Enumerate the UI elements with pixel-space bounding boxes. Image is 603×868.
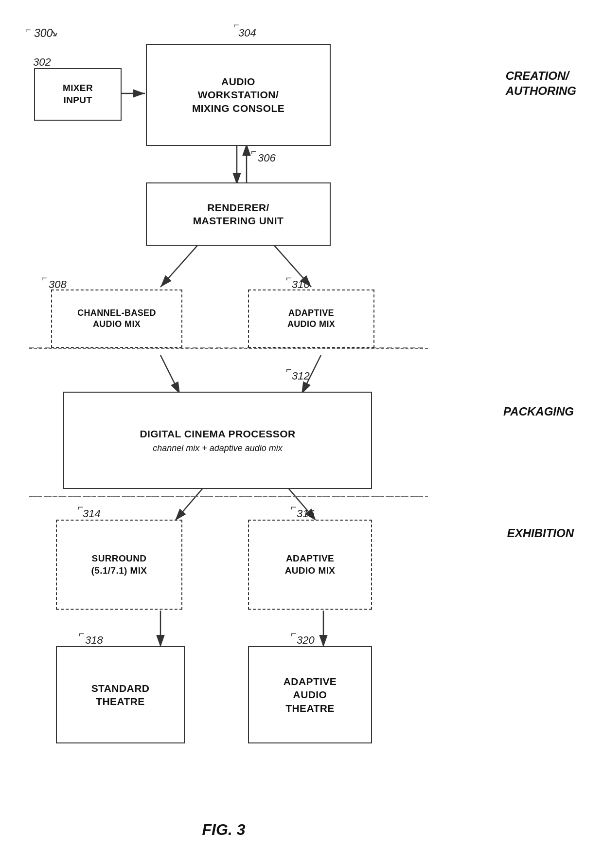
adaptive-audio-mix-bottom-label: ADAPTIVE AUDIO MIX (285, 553, 336, 577)
digital-cinema-sublabel: channel mix + adaptive audio mix (153, 443, 283, 453)
digital-cinema-box: DIGITAL CINEMA PROCESSOR channel mix + a… (63, 392, 372, 489)
renderer-label: RENDERER/ MASTERING UNIT (193, 201, 284, 228)
ref-304: 304 (238, 27, 256, 39)
audio-workstation-label: AUDIO WORKSTATION/ MIXING CONSOLE (192, 75, 284, 115)
svg-line-8 (160, 355, 180, 394)
audio-workstation-box: AUDIO WORKSTATION/ MIXING CONSOLE (146, 44, 331, 146)
adaptive-audio-theatre-box: ADAPTIVE AUDIO THEATRE (248, 646, 372, 743)
creation-label: CREATION/AUTHORING (506, 68, 576, 98)
ref-306: 306 (258, 152, 276, 164)
surround-mix-label: SURROUND (5.1/7.1) MIX (91, 553, 147, 577)
standard-theatre-box: STANDARD THEATRE (56, 646, 185, 743)
ref-302: 302 (33, 56, 51, 69)
ref-314: 314 (83, 507, 101, 520)
ref-318: 318 (85, 634, 103, 647)
exhibition-label: EXHIBITION (507, 525, 574, 541)
adaptive-audio-mix-bottom-box: ADAPTIVE AUDIO MIX (248, 520, 372, 610)
divider-1 (29, 348, 428, 349)
mixer-input-label: MIXER INPUT (63, 82, 93, 106)
digital-cinema-label: DIGITAL CINEMA PROCESSOR (140, 427, 295, 440)
channel-based-box: CHANNEL-BASED AUDIO MIX (51, 289, 182, 348)
svg-line-5 (160, 243, 199, 287)
adaptive-audio-mix-top-label: ADAPTIVE AUDIO MIX (287, 307, 335, 330)
renderer-box: RENDERER/ MASTERING UNIT (146, 182, 331, 246)
channel-based-label: CHANNEL-BASED AUDIO MIX (77, 307, 156, 330)
surround-mix-box: SURROUND (5.1/7.1) MIX (56, 520, 182, 610)
adaptive-audio-theatre-label: ADAPTIVE AUDIO THEATRE (284, 675, 337, 715)
ref-320: 320 (297, 634, 315, 647)
figure-caption: FIG. 3 (0, 821, 447, 839)
svg-line-11 (175, 487, 204, 521)
adaptive-audio-mix-top-box: ADAPTIVE AUDIO MIX (248, 289, 374, 348)
standard-theatre-label: STANDARD THEATRE (91, 682, 150, 708)
packaging-label: PACKAGING (503, 404, 574, 419)
ref-312: 312 (292, 370, 310, 382)
mixer-input-box: MIXER INPUT (34, 68, 122, 121)
divider-2 (29, 496, 428, 497)
ref-316: 316 (297, 507, 315, 520)
